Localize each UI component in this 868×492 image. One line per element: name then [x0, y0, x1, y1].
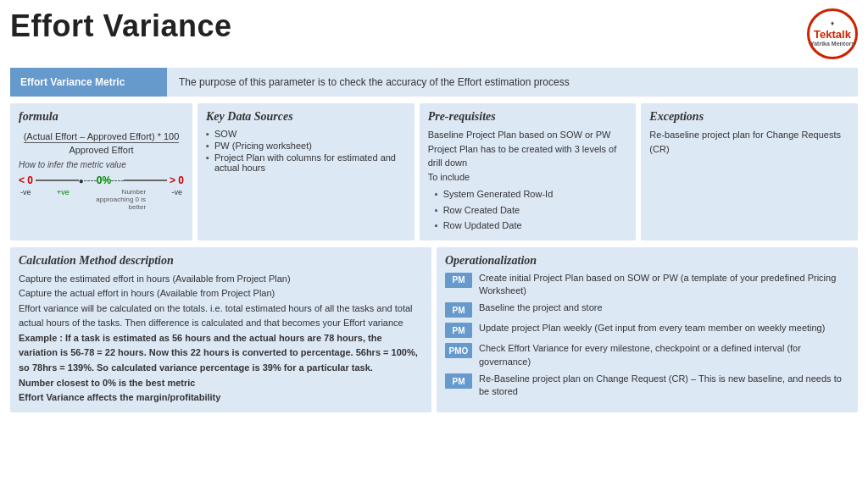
- prereq-intro: Baseline Project Plan based on SOW or PW…: [428, 128, 628, 234]
- number-line-container: < 0 ● 0% > 0 -ve +ve Number approaching …: [19, 174, 184, 211]
- op-text: Create initial Project Plan based on SOW…: [479, 272, 849, 298]
- exceptions-title: Exceptions: [649, 110, 849, 124]
- op-item: PM Re-Baseline project plan on Change Re…: [445, 373, 849, 399]
- op-item: PM Update project Plan weekly (Get input…: [445, 322, 849, 338]
- logo-name: Tektalk: [814, 28, 851, 41]
- list-item: PW (Pricing worksheet): [206, 140, 406, 152]
- calc-line-6: Effort Variance affects the margin/profi…: [19, 390, 423, 406]
- scale-right-sub: -ve: [171, 188, 182, 211]
- formula-title: formula: [19, 110, 184, 124]
- scale-zero-sub: +ve: [57, 188, 70, 211]
- formula-fraction: (Actual Effort – Approved Effort) * 100 …: [19, 128, 184, 155]
- list-item: Row Updated Date: [435, 218, 628, 234]
- logo: ♦ Tektalk Yatrika Mentors: [807, 8, 858, 59]
- calc-line-2: Capture the actual effort in hours (Avai…: [19, 286, 423, 301]
- prereq-sub-list: System Generated Row-Id Row Created Date…: [435, 186, 628, 234]
- operationalization-card: Operationalization PM Create initial Pro…: [437, 247, 858, 412]
- formula-denominator: Approved Effort: [19, 145, 184, 155]
- calculation-card: Calculation Method description Capture t…: [10, 247, 431, 412]
- formula-numerator: (Actual Effort – Approved Effort) * 100: [24, 131, 180, 143]
- key-data-sources-list: SOW PW (Pricing worksheet) Project Plan …: [206, 128, 406, 174]
- list-item: SOW: [206, 128, 406, 140]
- metric-description: The purpose of this parameter is to chec…: [167, 68, 858, 97]
- op-badge: PMO: [445, 343, 472, 358]
- scale-zero-value: 0%: [97, 174, 111, 186]
- calculation-body: Capture the estimated effort in hours (A…: [19, 272, 423, 406]
- op-text: Check Effort Variance for every mileston…: [479, 342, 849, 368]
- operationalization-title: Operationalization: [445, 254, 849, 268]
- operationalization-list: PM Create initial Project Plan based on …: [445, 272, 849, 399]
- op-text: Update project Plan weekly (Get input fr…: [479, 322, 825, 334]
- op-text: Baseline the project and store: [479, 301, 603, 314]
- calc-line-5: Number closest to 0% is the best metric: [19, 376, 423, 391]
- scale-left-sub: -ve: [20, 188, 31, 211]
- op-item: PM Create initial Project Plan based on …: [445, 272, 849, 298]
- key-data-sources-title: Key Data Sources: [206, 110, 406, 124]
- how-to-label: How to infer the metric value: [19, 160, 184, 169]
- scale-right-value: > 0: [170, 174, 184, 186]
- exceptions-card: Exceptions Re-baseline project plan for …: [641, 103, 858, 240]
- exceptions-text: Re-baseline project plan for Change Requ…: [649, 128, 849, 156]
- scale-note: Number approaching 0 is better: [95, 188, 146, 211]
- list-item: Row Created Date: [435, 202, 628, 218]
- op-item: PMO Check Effort Variance for every mile…: [445, 342, 849, 368]
- calculation-title: Calculation Method description: [19, 254, 423, 268]
- page-header: Effort Variance ♦ Tektalk Yatrika Mentor…: [10, 8, 858, 59]
- pre-requisites-card: Pre-requisites Baseline Project Plan bas…: [420, 103, 637, 240]
- op-badge: PM: [445, 323, 472, 338]
- op-badge: PM: [445, 273, 472, 288]
- calc-line-4: Example : If a task is estimated as 56 h…: [19, 331, 423, 376]
- scale-left-value: < 0: [19, 174, 33, 186]
- bottom-grid: Calculation Method description Capture t…: [10, 247, 858, 412]
- pre-requisites-title: Pre-requisites: [428, 110, 628, 124]
- op-text: Re-Baseline project plan on Change Reque…: [479, 373, 849, 399]
- metric-label: Effort Variance Metric: [10, 68, 167, 97]
- op-item: PM Baseline the project and store: [445, 301, 849, 318]
- op-badge: PM: [445, 302, 472, 318]
- logo-sub: Yatrika Mentors: [810, 41, 854, 47]
- logo-icon: ♦: [831, 19, 834, 28]
- key-data-sources-card: Key Data Sources SOW PW (Pricing workshe…: [198, 103, 415, 240]
- page-title: Effort Variance: [10, 8, 232, 44]
- formula-card: formula (Actual Effort – Approved Effort…: [10, 103, 192, 240]
- main-content-grid: formula (Actual Effort – Approved Effort…: [10, 103, 858, 240]
- list-item: Project Plan with columns for estimated …: [206, 152, 406, 174]
- calc-line-3: Effort variance will be calculated on th…: [19, 301, 423, 331]
- metric-bar: Effort Variance Metric The purpose of th…: [10, 68, 858, 97]
- calc-line-1: Capture the estimated effort in hours (A…: [19, 272, 423, 287]
- list-item: System Generated Row-Id: [435, 186, 628, 202]
- op-badge: PM: [445, 373, 472, 389]
